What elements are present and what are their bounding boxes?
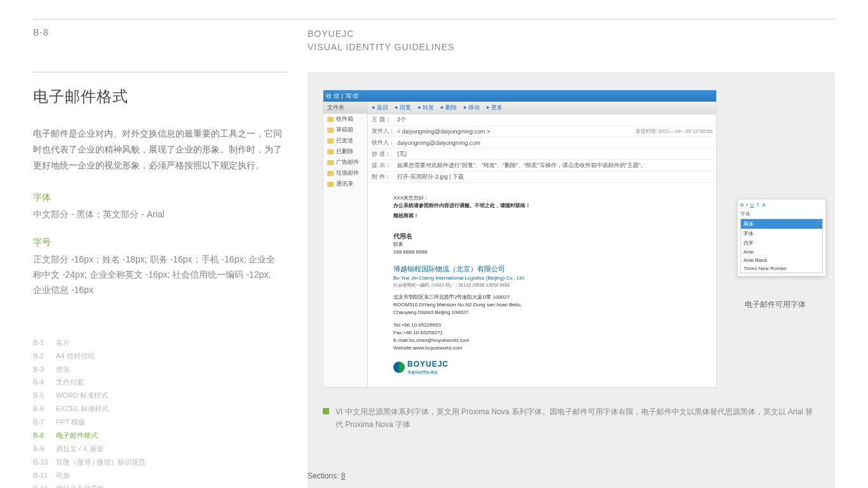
folder-item: 广告邮件 (323, 157, 367, 168)
font-option: 黑体 (741, 219, 822, 229)
compose-btn: 写 信 (346, 92, 359, 100)
to-label: 收件人： (372, 139, 397, 147)
sig-role: 职务 (393, 241, 691, 248)
body-line2: 顺祝商祺！ (393, 212, 691, 220)
folder-item: 垃圾邮件 (323, 168, 367, 179)
folder-icon (327, 182, 334, 187)
toc-item-B-4[interactable]: B-4文件封套 (33, 376, 282, 389)
sig-company-en: Bo Yue Jin Cheng International Logistics… (393, 274, 691, 282)
folder-item: 收件箱 (323, 114, 367, 125)
email-body: XXX先生您好： 办公系统请参照附件内容进行调整。不明之处，请随时联络！ 顺祝商… (368, 183, 716, 387)
logo-cn: 博越锦程国际物流 (407, 370, 449, 376)
folder-icon (327, 149, 334, 154)
toc-item-B-7[interactable]: B-7PPT 模版 (33, 416, 282, 429)
sig-tel: Tel:+86 10 65228953 (393, 322, 691, 329)
note-text: VI 中文用思源黑体系列字体，英文用 Proxima Nova 系列字体。因电子… (336, 405, 820, 431)
sig-addr-cn: 北京市朝阳区东三环北路甲2号迪阳大厦D室 100027 (393, 294, 691, 301)
toc-item-B-5[interactable]: B-5WORD 标准样式 (33, 389, 282, 402)
font-text: 中文部分 - 黑体；英文部分 - Arial (33, 207, 282, 222)
page-code: B-8 (33, 27, 308, 54)
toc-item-B-11[interactable]: B-11司旗 (33, 469, 282, 482)
action-移动: ● 移动 (463, 104, 480, 112)
tip-val: 如果您需要对此邮件进行"回复"、"转发"、"删除"、"彻底"等操作，请点击收件箱… (397, 161, 712, 170)
folder-item: 已删除 (323, 146, 367, 157)
popup-header: 字体 (740, 210, 823, 217)
sig-fax: Fax:+86 10 65259271 (393, 329, 691, 337)
page-title: 电子邮件格式 (33, 86, 282, 107)
sig-addr-en2: Chaoyang District Beijing 100027 (393, 309, 691, 316)
client-titlebar: 收 信 | 写 信 (323, 90, 716, 102)
toc-item-B-3[interactable]: B-3便笺 (33, 363, 282, 376)
sig-phone: 188 8888 8888 (393, 248, 691, 256)
header: B-8 BOYUEJC VISUAL IDENTITY GUIDELINES (33, 27, 835, 54)
folders-header: 文件夹 (323, 102, 367, 114)
to-val: daiyongming@daiyongming.com (397, 140, 712, 146)
left-rule (33, 72, 287, 72)
size-heading: 字号 (33, 237, 282, 248)
toc-item-B-9[interactable]: B-9易拉宝 / X 展架 (33, 442, 282, 456)
action-转发: ● 转发 (417, 104, 434, 112)
toc-item-B-6[interactable]: B-6EXCEL 标准样式 (33, 402, 282, 416)
actions-bar: ● 返回● 回复● 转发● 删除● 移动● 更多 (368, 102, 716, 114)
font-option: 宋体 (741, 229, 822, 238)
brand-name: BOYUEJC (308, 27, 835, 41)
logo-text: BOYUEJC (407, 358, 449, 370)
font-option: Times New Roman (741, 264, 822, 273)
sig-name: 代用名 (393, 231, 691, 241)
popup-toolbar: BIUTA (740, 202, 823, 208)
logo: BOYUEJC 博越锦程国际物流 (393, 358, 691, 376)
popup-caption: 电子邮件可用字体 (731, 299, 820, 310)
toc-item-B-1[interactable]: B-1名片 (33, 336, 282, 349)
font-popup: BIUTA 字体 黑体宋体仿宋ArialArial BlackTimes New… (737, 199, 826, 276)
folder-icon (327, 139, 334, 144)
note-bullet-icon (323, 408, 329, 414)
inbox-btn: 收 信 (326, 92, 339, 100)
sig-uscc: 社会信用统一编码（USCI 码）：91110 10598 13552 9X82 (393, 282, 691, 289)
action-回复: ● 回复 (395, 104, 411, 112)
folder-item: 已发送 (323, 135, 367, 146)
subject-label: 主 题： (372, 116, 397, 124)
sections-label: Sections: 8 (308, 471, 345, 480)
top-rule (33, 19, 835, 20)
folder-icon (327, 117, 334, 122)
greeting: XXX先生您好： (393, 194, 691, 202)
email-client-mock: 收 信 | 写 信 文件夹 收件箱草稿箱已发送已删除广告邮件垃圾邮件通讯录 ● … (323, 90, 717, 388)
tip-label: 提 示： (372, 161, 397, 170)
sig-addr-en1: ROOM510 DiYang Mansion No.N2 Dong san hu… (393, 301, 691, 309)
cc-val: (无) (397, 150, 712, 158)
att-val: 打开-应用部分-2.jpg | 下载 (397, 173, 712, 181)
logo-icon (393, 362, 405, 373)
folder-icon (327, 128, 334, 133)
footnote: VI 中文用思源黑体系列字体，英文用 Proxima Nova 系列字体。因电子… (323, 405, 820, 431)
action-更多: ● 更多 (486, 104, 503, 112)
size-text: 正文部分 -16px；姓名 -18px; 职务 -16px；手机 -16px; … (33, 252, 282, 297)
subject-val: 2个 (397, 116, 712, 124)
att-label: 附 件： (372, 173, 397, 181)
cc-label: 抄 送： (372, 150, 397, 158)
action-返回: ● 返回 (372, 104, 388, 112)
font-option: Arial Black (741, 256, 822, 264)
toc-item-B-8[interactable]: B-8电子邮件格式 (33, 429, 282, 442)
sig-email: E-mail:bo.chen@boyueworld.com (393, 337, 691, 344)
sig-web: Website:www.boyueworld.com (393, 344, 691, 352)
font-option: Arial (741, 248, 822, 256)
folder-icon (327, 160, 334, 165)
toc-item-B-2[interactable]: B-2A4 信封信纸 (33, 349, 282, 363)
toc: B-1名片B-2A4 信封信纸B-3便笺B-4文件封套B-5WORD 标准样式B… (33, 336, 282, 488)
sig-company-cn: 博越锦程国际物流（北京）有限公司 (393, 264, 691, 274)
send-time: 发送时间: 2021—10—30 12:00:00 (635, 128, 712, 135)
intro-text: 电子邮件是企业对内、对外交换信息的最重要的工具之一，它同时也代表了企业的精神风貌… (33, 126, 282, 174)
folder-icon (327, 171, 334, 176)
toc-item-B-12[interactable]: B-12接待台及背景板 (33, 482, 282, 488)
from-val: < daiyongming@daiyongming.com > (397, 128, 635, 135)
body-line1: 办公系统请参照附件内容进行调整。不明之处，请随时联络！ (393, 202, 691, 210)
action-删除: ● 删除 (440, 104, 457, 112)
folder-item: 通讯录 (323, 179, 367, 189)
font-heading: 字体 (33, 192, 282, 203)
toc-item-B-10[interactable]: B-10官微（微博 / 微信）标识规范 (33, 456, 282, 469)
font-option: 仿宋 (741, 238, 822, 248)
folder-item: 草稿箱 (323, 125, 367, 135)
brand-sub: VISUAL IDENTITY GUIDELINES (308, 41, 835, 54)
from-label: 发件人： (372, 127, 397, 135)
